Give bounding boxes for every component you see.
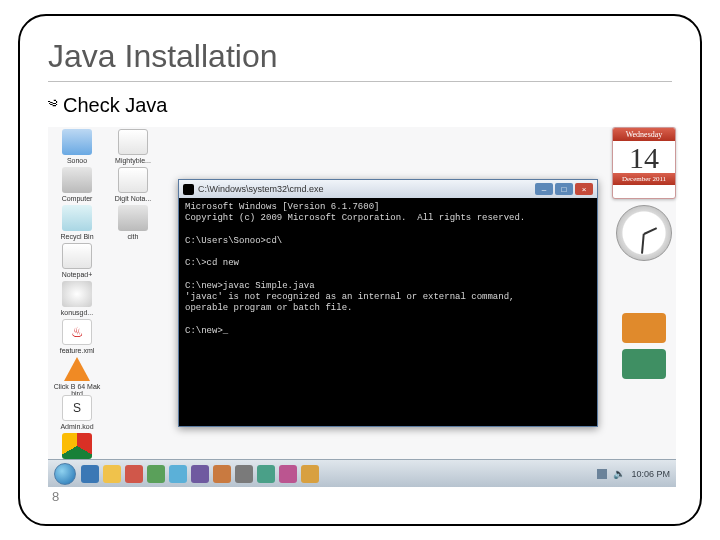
clock-gadget xyxy=(616,205,672,261)
taskbar-app-button[interactable] xyxy=(125,465,143,483)
tray-clock[interactable]: 10:06 PM xyxy=(631,469,670,479)
window-maximize-button[interactable]: □ xyxy=(555,183,573,195)
taskbar-app-button[interactable] xyxy=(147,465,165,483)
shortcut-icon xyxy=(62,129,92,155)
slide-frame: Java Installation ༄ Check Java Wednesday… xyxy=(18,14,702,526)
start-button[interactable] xyxy=(54,463,76,485)
desktop-shortcut[interactable]: Sonoo xyxy=(50,129,104,164)
volume-icon[interactable]: 🔉 xyxy=(613,468,625,479)
calendar-gadget: Wednesday 14 December 2011 xyxy=(612,127,676,199)
taskbar-app-button[interactable] xyxy=(235,465,253,483)
shortcut-label: feature.xml xyxy=(50,347,104,354)
shortcut-label: Admin.kod xyxy=(50,423,104,430)
taskbar-app-button[interactable] xyxy=(213,465,231,483)
network-icon[interactable] xyxy=(597,469,607,479)
cmd-titlebar[interactable]: C:\Windows\system32\cmd.exe – □ × xyxy=(179,180,597,198)
cmd-window[interactable]: C:\Windows\system32\cmd.exe – □ × Micros… xyxy=(178,179,598,427)
shortcut-label: konusgd... xyxy=(50,309,104,316)
desktop-shortcut[interactable]: Digit Nota... xyxy=(106,167,160,202)
desktop-shortcut[interactable]: cith xyxy=(106,205,160,240)
calendar-day: 14 xyxy=(613,141,675,173)
desktop-screenshot: Wednesday 14 December 2011 C:\Windows\sy… xyxy=(48,127,676,487)
taskbar-pinned-apps[interactable] xyxy=(81,465,319,483)
shortcut-icon xyxy=(62,205,92,231)
bullet-text: Check Java xyxy=(63,94,168,117)
window-minimize-button[interactable]: – xyxy=(535,183,553,195)
desktop-shortcut[interactable]: Computer xyxy=(50,167,104,202)
desktop-shortcut[interactable]: Recycl Bin xyxy=(50,205,104,240)
shortcut-icon: ♨ xyxy=(62,319,92,345)
shortcut-icon xyxy=(62,243,92,269)
shortcut-icon xyxy=(64,357,90,381)
taskbar-app-button[interactable] xyxy=(81,465,99,483)
taskbar[interactable]: 🔉 10:06 PM xyxy=(48,459,676,487)
shortcut-icon xyxy=(62,433,92,459)
shortcut-label: Notepad+ xyxy=(50,271,104,278)
shortcut-icon: S xyxy=(62,395,92,421)
calendar-month-year: December 2011 xyxy=(613,173,675,185)
taskbar-app-button[interactable] xyxy=(191,465,209,483)
title-divider xyxy=(48,81,672,82)
page-number: 8 xyxy=(52,489,59,504)
desktop-shortcut[interactable]: konusgd... xyxy=(50,281,104,316)
shortcut-label: Computer xyxy=(50,195,104,202)
shortcut-label: Recycl Bin xyxy=(50,233,104,240)
desktop-shortcut[interactable]: SAdmin.kod xyxy=(50,395,104,430)
bullet-row: ༄ Check Java xyxy=(48,94,672,117)
taskbar-app-button[interactable] xyxy=(301,465,319,483)
shortcut-icon xyxy=(62,167,92,193)
gadget-orange xyxy=(622,313,666,343)
shortcut-icon xyxy=(62,281,92,307)
shortcut-label: cith xyxy=(106,233,160,240)
taskbar-app-button[interactable] xyxy=(257,465,275,483)
desktop-shortcut[interactable]: Mightyble... xyxy=(106,129,160,164)
cmd-icon xyxy=(183,184,194,195)
taskbar-app-button[interactable] xyxy=(279,465,297,483)
taskbar-app-button[interactable] xyxy=(103,465,121,483)
bullet-glyph-icon: ༄ xyxy=(48,95,57,116)
desktop-shortcut[interactable]: Notepad+ xyxy=(50,243,104,278)
taskbar-app-button[interactable] xyxy=(169,465,187,483)
gadget-green xyxy=(622,349,666,379)
cmd-output[interactable]: Microsoft Windows [Version 6.1.7600] Cop… xyxy=(179,198,597,341)
calendar-weekday: Wednesday xyxy=(613,128,675,141)
shortcut-icon xyxy=(118,129,148,155)
shortcut-label: Mightyble... xyxy=(106,157,160,164)
shortcut-icon xyxy=(118,167,148,193)
shortcut-icon xyxy=(118,205,148,231)
shortcut-label: Sonoo xyxy=(50,157,104,164)
desktop-shortcut[interactable]: Click B 64 Mak bird xyxy=(50,357,104,397)
shortcut-label: Digit Nota... xyxy=(106,195,160,202)
slide-title: Java Installation xyxy=(48,38,672,75)
desktop-shortcut[interactable]: ♨feature.xml xyxy=(50,319,104,354)
system-tray[interactable]: 🔉 10:06 PM xyxy=(597,468,670,479)
cmd-title-text: C:\Windows\system32\cmd.exe xyxy=(198,184,324,194)
window-close-button[interactable]: × xyxy=(575,183,593,195)
